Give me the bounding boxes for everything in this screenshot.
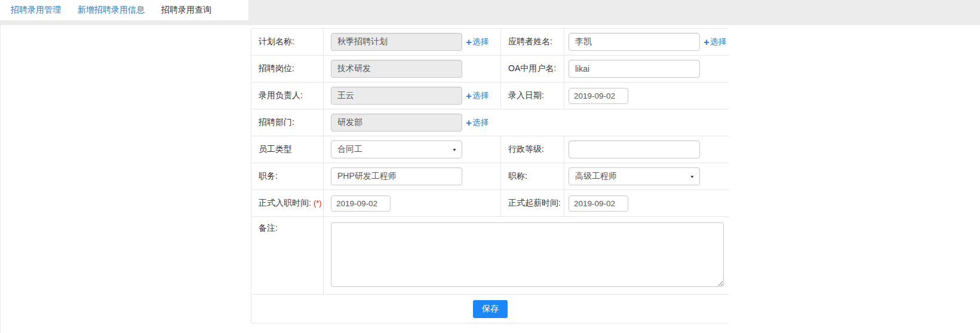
entry-date-input[interactable] — [569, 88, 628, 104]
row-position-oa: 招聘岗位: OA中用户名: — [251, 56, 730, 83]
admin-level-input[interactable] — [569, 140, 700, 158]
salary-start-date-input[interactable] — [569, 195, 628, 212]
row-duty-title: 职务: 职称: 高级工程师 ▼ — [251, 163, 730, 190]
tab-recruit-query[interactable]: 招聘录用查询 — [161, 5, 211, 16]
chevron-down-icon: ▼ — [690, 174, 695, 179]
oa-username-input[interactable] — [569, 60, 700, 78]
job-title-label: 职称: — [501, 163, 564, 190]
duty-input[interactable] — [331, 167, 462, 185]
applicant-name-label: 应聘者姓名: — [501, 29, 564, 56]
plus-icon: + — [703, 37, 709, 47]
chevron-down-icon: ▼ — [452, 147, 457, 152]
row-plan-applicant: 计划名称: +选择 应聘者姓名: +选择 — [251, 29, 730, 56]
plan-name-input[interactable] — [331, 33, 462, 51]
position-label: 招聘岗位: — [251, 56, 324, 83]
applicant-name-input[interactable] — [569, 33, 700, 51]
row-department: 招聘部门: +选择 — [251, 109, 730, 136]
row-manager-entrydate: 录用负责人: +选择 录入日期: — [251, 83, 730, 109]
official-entry-label: 正式入职时间:(*) — [251, 190, 324, 217]
required-mark: (*) — [314, 198, 322, 207]
save-button[interactable]: 保存 — [473, 300, 508, 318]
plus-icon: + — [466, 91, 472, 101]
plus-icon: + — [466, 37, 472, 47]
plan-name-pick-link[interactable]: +选择 — [466, 36, 489, 47]
remark-label: 备注: — [251, 217, 324, 295]
employee-type-select[interactable]: 合同工 ▼ — [331, 140, 462, 158]
top-tab-bar: 招聘录用管理 新增招聘录用信息 招聘录用查询 — [0, 0, 980, 25]
row-type-level: 员工类型 合同工 ▼ 行政等级: — [251, 136, 730, 163]
plan-name-label: 计划名称: — [251, 29, 324, 56]
applicant-pick-link[interactable]: +选择 — [703, 36, 726, 47]
oa-username-label: OA中用户名: — [501, 56, 564, 83]
hire-manager-pick-link[interactable]: +选择 — [466, 90, 489, 101]
plus-icon: + — [466, 118, 472, 128]
position-input[interactable] — [331, 60, 462, 78]
tab-add-recruit-info[interactable]: 新增招聘录用信息 — [78, 5, 145, 16]
department-label: 招聘部门: — [251, 109, 324, 136]
row-save: 保存 — [251, 295, 730, 323]
hire-manager-input[interactable] — [331, 87, 462, 105]
job-title-value: 高级工程师 — [575, 171, 617, 182]
job-title-select[interactable]: 高级工程师 ▼ — [569, 167, 700, 185]
salary-start-label: 正式起薪时间: — [501, 190, 564, 217]
employee-type-value: 合同工 — [337, 144, 362, 155]
duty-label: 职务: — [251, 163, 324, 190]
tab-strip: 招聘录用管理 新增招聘录用信息 招聘录用查询 — [0, 0, 248, 20]
department-input[interactable] — [331, 114, 462, 132]
official-entry-date-input[interactable] — [331, 195, 391, 212]
row-entry-salary-dates: 正式入职时间:(*) 正式起薪时间: — [251, 190, 730, 217]
employee-type-label: 员工类型 — [251, 136, 324, 163]
tab-recruit-manage[interactable]: 招聘录用管理 — [11, 5, 61, 16]
hire-manager-label: 录用负责人: — [251, 83, 324, 109]
recruit-form: 计划名称: +选择 应聘者姓名: +选择 招聘岗位: — [251, 28, 729, 323]
row-remark: 备注: — [251, 217, 730, 295]
content-area: 计划名称: +选择 应聘者姓名: +选择 招聘岗位: — [0, 25, 980, 333]
admin-level-label: 行政等级: — [501, 136, 564, 163]
entry-date-label: 录入日期: — [501, 83, 564, 109]
department-pick-link[interactable]: +选择 — [466, 117, 489, 128]
remark-textarea[interactable] — [331, 222, 724, 287]
